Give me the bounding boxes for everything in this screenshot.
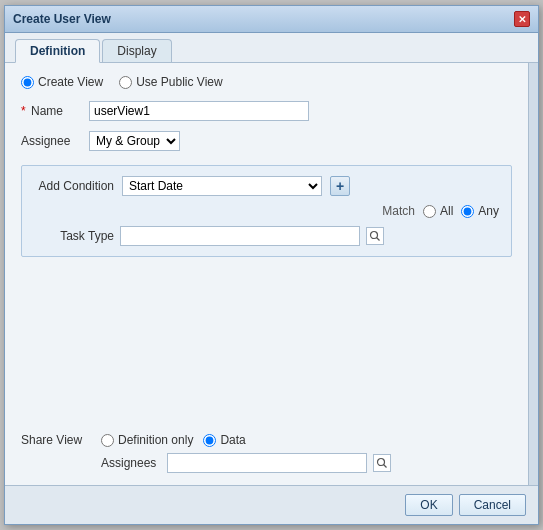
match-all-radio-label[interactable]: All	[423, 204, 453, 218]
tab-definition[interactable]: Definition	[15, 39, 100, 63]
share-view-label: Share View	[21, 433, 91, 447]
match-all-label: All	[440, 204, 453, 218]
share-view-row: Share View Definition only Data	[21, 433, 512, 447]
assignee-field-row: Assignee My & Group My Group All	[21, 131, 512, 151]
svg-line-3	[384, 465, 387, 468]
view-type-radio-row: Create View Use Public View	[21, 75, 512, 89]
share-view-section: Share View Definition only Data Assignee…	[21, 425, 512, 473]
assignee-select[interactable]: My & Group My Group All	[89, 131, 180, 151]
main-content-wrapper: Create View Use Public View * Name	[5, 63, 538, 485]
svg-point-2	[378, 459, 385, 466]
use-public-view-radio[interactable]	[119, 76, 132, 89]
use-public-view-label: Use Public View	[136, 75, 222, 89]
create-view-radio-label[interactable]: Create View	[21, 75, 103, 89]
content-area: Create View Use Public View * Name	[5, 63, 528, 485]
match-any-radio-label[interactable]: Any	[461, 204, 499, 218]
name-field-row: * Name	[21, 101, 512, 121]
definition-only-radio[interactable]	[101, 434, 114, 447]
task-type-row: Task Type	[34, 226, 499, 246]
assignees-label: Assignees	[101, 456, 161, 470]
create-view-radio[interactable]	[21, 76, 34, 89]
add-condition-row: Add Condition Start Date End Date Task T…	[34, 176, 499, 196]
required-star: *	[21, 104, 26, 118]
assignees-search-button[interactable]	[373, 454, 391, 472]
match-any-radio[interactable]	[461, 205, 474, 218]
svg-line-1	[377, 238, 380, 241]
use-public-view-radio-label[interactable]: Use Public View	[119, 75, 222, 89]
close-button[interactable]: ✕	[514, 11, 530, 27]
search-icon	[369, 230, 381, 242]
dialog-body: Definition Display Create View Use Publi…	[5, 33, 538, 524]
add-condition-button[interactable]: +	[330, 176, 350, 196]
match-row: Match All Any	[34, 204, 499, 218]
match-all-radio[interactable]	[423, 205, 436, 218]
assignees-input[interactable]	[167, 453, 367, 473]
svg-point-0	[371, 232, 378, 239]
task-type-input[interactable]	[120, 226, 360, 246]
match-label: Match	[382, 204, 415, 218]
ok-button[interactable]: OK	[405, 494, 452, 516]
create-view-label: Create View	[38, 75, 103, 89]
assignees-search-icon	[376, 457, 388, 469]
spacer	[21, 265, 512, 417]
data-label: Data	[220, 433, 245, 447]
data-radio[interactable]	[203, 434, 216, 447]
data-radio-label[interactable]: Data	[203, 433, 245, 447]
definition-only-label: Definition only	[118, 433, 193, 447]
match-any-label: Any	[478, 204, 499, 218]
definition-only-radio-label[interactable]: Definition only	[101, 433, 193, 447]
dialog-title: Create User View	[13, 12, 111, 26]
name-input[interactable]	[89, 101, 309, 121]
task-type-label: Task Type	[34, 229, 114, 243]
tab-bar: Definition Display	[5, 33, 538, 63]
name-label-text: Name	[31, 104, 63, 118]
condition-section: Add Condition Start Date End Date Task T…	[21, 165, 512, 257]
scrollbar[interactable]	[528, 63, 538, 485]
name-field-label: * Name	[21, 104, 81, 118]
create-user-view-dialog: Create User View ✕ Definition Display Cr…	[4, 5, 539, 525]
assignee-label: Assignee	[21, 134, 81, 148]
tab-display[interactable]: Display	[102, 39, 171, 62]
add-condition-label: Add Condition	[34, 179, 114, 193]
dialog-titlebar: Create User View ✕	[5, 6, 538, 33]
dialog-footer: OK Cancel	[5, 485, 538, 524]
task-type-search-button[interactable]	[366, 227, 384, 245]
assignees-row: Assignees	[101, 453, 512, 473]
add-condition-select[interactable]: Start Date End Date Task Type Priority	[122, 176, 322, 196]
cancel-button[interactable]: Cancel	[459, 494, 526, 516]
